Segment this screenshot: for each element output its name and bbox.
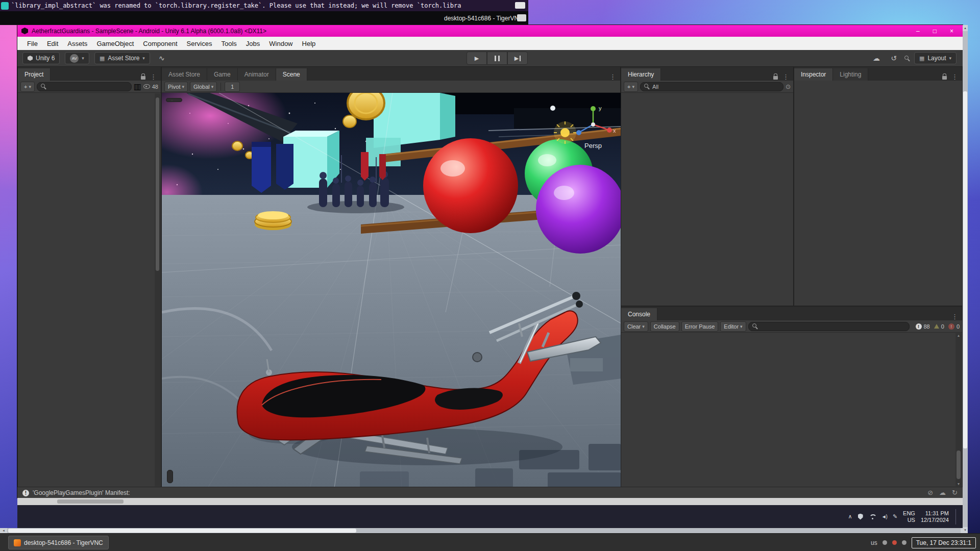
hierarchy-tree [621,93,793,306]
lock-icon[interactable] [141,76,145,80]
search-icon[interactable] [904,56,910,61]
clear-button[interactable]: Clear▾ [624,321,648,332]
panel-menu-icon[interactable]: ⋮ [951,313,958,320]
services-connector-icon[interactable]: ∿ [155,54,168,62]
security-shield-icon[interactable] [858,514,863,520]
menu-edit[interactable]: Edit [42,37,63,50]
tray-chevron-icon[interactable]: ∧ [848,513,852,520]
panel-menu-icon[interactable]: ⋮ [150,73,157,81]
scene-visibility-icon[interactable]: ⊙ [786,83,791,90]
minimize-button[interactable]: – [916,28,920,35]
terminal-window-control[interactable] [515,2,525,9]
scene-viewport[interactable]: y x Persp [162,93,621,488]
pivot-dropdown[interactable]: Pivot▾ [164,82,188,92]
undo-history-icon[interactable]: ↺ [887,54,900,62]
step-button[interactable]: ▶ [507,52,528,65]
background-window-fragment [57,499,124,504]
show-desktop-button[interactable] [955,509,958,524]
menu-services[interactable]: Services [182,37,217,50]
panel-menu-icon[interactable]: ⋮ [951,73,958,81]
unity-status-bar[interactable]: ! 'GooglePlayGamesPlugin' Manifest: ⊘ ☁ … [17,487,963,498]
scene-3d-render: y x Persp [162,93,621,488]
status-message[interactable]: 'GooglePlayGamesPlugin' Manifest: [33,489,130,496]
scroll-thumb[interactable] [963,91,967,448]
unity-titlebar[interactable]: AetherfractGuardians - SampleScene - And… [17,25,963,37]
pause-button[interactable] [487,52,507,65]
tab-game[interactable]: Game [207,68,238,81]
project-scrollbar[interactable] [155,93,160,486]
create-object-button[interactable]: +▾ [624,82,638,92]
play-button[interactable]: ▶ [467,52,487,65]
menu-jobs[interactable]: Jobs [241,37,264,50]
tray-icon[interactable] [883,540,887,545]
volume-icon[interactable]: ◄) [881,514,887,519]
background-terminal-window[interactable]: `library_impl_abstract` was renamed to `… [0,0,528,11]
tab-asset-store[interactable]: Asset Store [162,68,207,81]
info-count-toggle[interactable]: !88 [916,323,930,330]
console-search-input[interactable] [748,322,910,331]
tab-hierarchy[interactable]: Hierarchy [621,68,661,81]
asset-store-button[interactable]: ▦ Asset Store ▾ [94,52,150,64]
menu-component[interactable]: Component [138,37,182,50]
cloud-status-icon[interactable]: ☁ [939,489,946,496]
gizmo-persp-label[interactable]: Persp [584,142,602,149]
console-scrollbar[interactable]: ▴ ▾ [955,333,962,486]
scroll-up-arrow[interactable]: ▴ [963,25,968,31]
tab-lighting[interactable]: Lighting [833,68,868,81]
scroll-down-arrow[interactable]: ▾ [963,527,968,533]
tab-inspector[interactable]: Inspector [794,68,833,81]
layout-dropdown[interactable]: ▦ Layout ▾ [914,52,957,64]
clock-indicator[interactable]: 11:31 PM12/17/2024 [921,510,949,523]
project-panel: Project ⋮ +▾ ▥ 48 [17,66,161,487]
vnc-vertical-scrollbar[interactable]: ▴ ▾ [963,25,968,533]
lock-icon[interactable] [942,76,947,80]
panel-menu-icon[interactable]: ⋮ [609,73,616,81]
vnc-window-controls[interactable] [517,14,526,21]
editor-dropdown[interactable]: Editor▾ [720,321,746,332]
project-filter-icon-0[interactable]: ▥ [134,82,141,91]
scroll-thumb[interactable] [8,529,356,533]
network-icon[interactable] [869,514,876,519]
unity-version-badge[interactable]: Unity 6 [22,52,60,64]
tray-icon[interactable] [902,540,906,545]
scroll-left-arrow[interactable]: ◂ [0,528,7,533]
hierarchy-search-input[interactable]: All [640,82,783,91]
maximize-button[interactable]: □ [933,28,937,35]
pen-icon[interactable]: ✎ [893,513,897,520]
tray-icon[interactable] [892,540,897,545]
tab-scene[interactable]: Scene [276,68,307,81]
background-tasks-icon[interactable]: ↻ [952,489,958,496]
vnc-horizontal-scrollbar[interactable]: ◂ ▸ [0,528,968,533]
snap-increment-field[interactable]: 1 [225,82,240,92]
language-indicator[interactable]: ENGUS [903,510,915,523]
close-button[interactable]: × [950,28,953,35]
tab-project[interactable]: Project [18,68,51,81]
error-pause-toggle[interactable]: Error Pause [681,321,719,332]
error-count-toggle[interactable]: !0 [948,323,960,330]
tab-animator[interactable]: Animator [238,68,276,81]
lock-icon[interactable] [773,76,778,80]
vnc-window-titlebar[interactable]: desktop-541c686 - TigerVNC [0,11,528,25]
hidden-count-eye-icon[interactable] [143,84,150,89]
collapse-toggle[interactable]: Collapse [650,321,679,332]
panel-menu-icon[interactable]: ⋮ [782,73,789,81]
menu-file[interactable]: File [22,37,42,50]
taskbar-window-button[interactable]: desktop-541c686 - TigerVNC [8,536,109,549]
menu-tools[interactable]: Tools [216,37,241,50]
project-search-input[interactable] [37,82,132,91]
menu-assets[interactable]: Assets [63,37,92,50]
cloud-icon[interactable]: ☁ [870,54,883,62]
panel-clock[interactable]: Tue, 17 Dec 23:31:1 [912,537,976,548]
menu-gameobject[interactable]: GameObject [92,37,138,50]
warning-count-toggle[interactable]: 0 [934,323,944,330]
notifications-muted-icon[interactable]: ⊘ [927,489,933,496]
account-dropdown[interactable]: AV ▾ [65,52,89,64]
tab-console[interactable]: Console [621,308,657,320]
light-gizmo [554,121,576,144]
terminal-app-icon [1,2,9,10]
create-asset-button[interactable]: +▾ [20,82,35,92]
global-dropdown[interactable]: Global▾ [190,82,217,92]
menu-help[interactable]: Help [298,37,321,50]
menu-window[interactable]: Window [264,37,297,50]
keyboard-layout-indicator[interactable]: us [871,539,877,546]
